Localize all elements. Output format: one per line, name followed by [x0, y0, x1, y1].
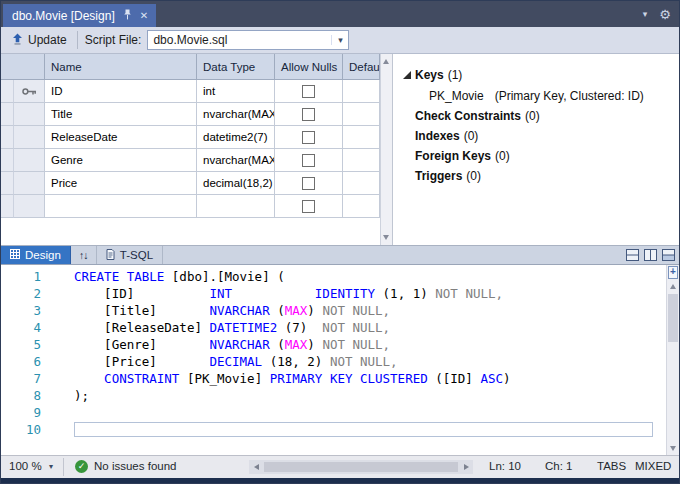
context-item[interactable]: PK_Movie(Primary Key, Clustered: ID): [393, 85, 679, 106]
pin-icon[interactable]: [123, 9, 132, 22]
horizontal-split-icon[interactable]: [626, 247, 639, 265]
default-cell[interactable]: [343, 80, 380, 103]
scroll-up-icon[interactable]: [670, 284, 676, 289]
context-section-keys[interactable]: Keys(1): [393, 65, 679, 85]
allow-nulls-cell[interactable]: [275, 126, 343, 149]
data-type-cell[interactable]: nvarchar(MAX): [197, 149, 275, 172]
column-header-default[interactable]: Default: [343, 54, 380, 80]
line-number: 4: [1, 319, 41, 336]
allow-nulls-checkbox[interactable]: [302, 85, 315, 98]
table-designer: Name Data Type Allow Nulls Default IDint…: [1, 54, 679, 245]
column-name-cell[interactable]: Title: [45, 103, 197, 126]
allow-nulls-cell[interactable]: [275, 149, 343, 172]
default-cell[interactable]: [343, 172, 380, 195]
zoom-level[interactable]: 100 %: [9, 460, 42, 472]
default-cell[interactable]: [343, 126, 380, 149]
columns-grid: Name Data Type Allow Nulls Default IDint…: [1, 54, 380, 245]
scrollbar-thumb[interactable]: [264, 462, 458, 472]
row-selector[interactable]: [14, 80, 45, 103]
grid-vertical-scrollbar[interactable]: [380, 54, 393, 245]
row-selector[interactable]: [14, 172, 45, 195]
code-line[interactable]: 3 [Title] NVARCHAR (MAX) NOT NULL,: [1, 302, 679, 319]
allow-nulls-cell[interactable]: [275, 172, 343, 195]
default-cell[interactable]: [343, 103, 380, 126]
code-line[interactable]: 2 [ID] INT IDENTITY (1, 1) NOT NULL,: [1, 285, 679, 302]
code-line[interactable]: 7 CONSTRAINT [PK_Movie] PRIMARY KEY CLUS…: [1, 370, 679, 387]
column-name-cell[interactable]: [45, 195, 197, 218]
gear-icon[interactable]: ⚙: [659, 7, 671, 22]
combo-dropdown-icon[interactable]: ▾: [331, 35, 348, 45]
allow-nulls-cell[interactable]: [275, 80, 343, 103]
allow-nulls-checkbox[interactable]: [302, 177, 315, 190]
code-line[interactable]: 8);: [1, 387, 679, 404]
context-section-indexes[interactable]: Indexes(0): [393, 126, 679, 146]
document-tab[interactable]: dbo.Movie [Design] ✕: [3, 4, 156, 27]
section-count: (0): [495, 149, 510, 163]
column-name-cell[interactable]: ID: [45, 80, 197, 103]
maximize-pane-icon[interactable]: [662, 247, 675, 265]
line-number: 1: [1, 268, 41, 285]
code-line[interactable]: 6 [Price] DECIMAL (18, 2) NOT NULL,: [1, 353, 679, 370]
data-type-cell[interactable]: int: [197, 80, 275, 103]
scroll-up-icon[interactable]: [383, 59, 389, 64]
key-name: PK_Movie: [429, 89, 484, 103]
toolbar-separator: [77, 31, 78, 49]
expander-icon[interactable]: [403, 71, 411, 79]
code-line[interactable]: 9: [1, 404, 679, 421]
allow-nulls-checkbox[interactable]: [302, 108, 315, 121]
code-line[interactable]: 10: [1, 421, 679, 438]
allow-nulls-checkbox[interactable]: [302, 200, 315, 213]
script-file-combo[interactable]: dbo.Movie.sql ▾: [147, 30, 349, 50]
context-section-triggers[interactable]: Triggers(0): [393, 166, 679, 186]
column-header-allow-nulls[interactable]: Allow Nulls: [275, 54, 343, 80]
column-header-data-type[interactable]: Data Type: [197, 54, 275, 80]
row-selector[interactable]: [14, 103, 45, 126]
row-selector[interactable]: [14, 149, 45, 172]
editor-vertical-scrollbar[interactable]: +: [666, 265, 679, 455]
tsql-editor[interactable]: 1CREATE TABLE [dbo].[Movie] (2 [ID] INT …: [1, 265, 679, 455]
sort-button[interactable]: ↑↓: [71, 246, 97, 264]
scroll-right-icon[interactable]: [459, 460, 473, 474]
expander-slot: [399, 71, 415, 79]
column-name-cell[interactable]: Genre: [45, 149, 197, 172]
row-selector[interactable]: [14, 195, 45, 218]
split-handle-icon[interactable]: +: [668, 266, 678, 279]
update-button[interactable]: Update: [8, 31, 75, 50]
tab-design[interactable]: Design: [1, 246, 71, 264]
line-number: 10: [1, 421, 41, 438]
allow-nulls-checkbox[interactable]: [302, 131, 315, 144]
grid-corner-header[interactable]: [1, 54, 45, 80]
scroll-down-icon[interactable]: [670, 446, 676, 451]
table-row: ReleaseDatedatetime2(7): [1, 126, 380, 149]
column-name-cell[interactable]: Price: [45, 172, 197, 195]
data-type-cell[interactable]: [197, 195, 275, 218]
default-cell[interactable]: [343, 149, 380, 172]
data-type-cell[interactable]: nvarchar(MAX): [197, 103, 275, 126]
column-name-cell[interactable]: ReleaseDate: [45, 126, 197, 149]
scrollbar-thumb[interactable]: [668, 294, 678, 342]
code-area[interactable]: 1CREATE TABLE [dbo].[Movie] (2 [ID] INT …: [1, 268, 679, 438]
code-line[interactable]: 1CREATE TABLE [dbo].[Movie] (: [1, 268, 679, 285]
code-line[interactable]: 4 [ReleaseDate] DATETIME2 (7) NOT NULL,: [1, 319, 679, 336]
editor-horizontal-scrollbar[interactable]: [249, 460, 473, 474]
context-section-check-constraints[interactable]: Check Constraints(0): [393, 106, 679, 126]
zoom-dropdown-icon[interactable]: ▾: [49, 462, 53, 471]
allow-nulls-cell[interactable]: [275, 195, 343, 218]
code-line[interactable]: 5 [Genre] NVARCHAR (MAX) NOT NULL,: [1, 336, 679, 353]
tab-tsql[interactable]: T-SQL: [97, 246, 163, 264]
close-icon[interactable]: ✕: [140, 11, 148, 21]
allow-nulls-cell[interactable]: [275, 103, 343, 126]
row-selector[interactable]: [14, 126, 45, 149]
allow-nulls-checkbox[interactable]: [302, 154, 315, 167]
context-section-foreign-keys[interactable]: Foreign Keys(0): [393, 146, 679, 166]
vertical-split-icon[interactable]: [644, 247, 657, 265]
scroll-down-icon[interactable]: [383, 235, 389, 240]
data-type-cell[interactable]: datetime2(7): [197, 126, 275, 149]
default-cell[interactable]: [343, 195, 380, 218]
data-type-cell[interactable]: decimal(18,2): [197, 172, 275, 195]
scroll-left-icon[interactable]: [249, 460, 263, 474]
chevron-down-icon[interactable]: ▾: [643, 9, 648, 19]
mixed-indicator: MIXED: [635, 460, 671, 472]
tab-design-label: Design: [25, 249, 61, 261]
column-header-name[interactable]: Name: [45, 54, 197, 80]
